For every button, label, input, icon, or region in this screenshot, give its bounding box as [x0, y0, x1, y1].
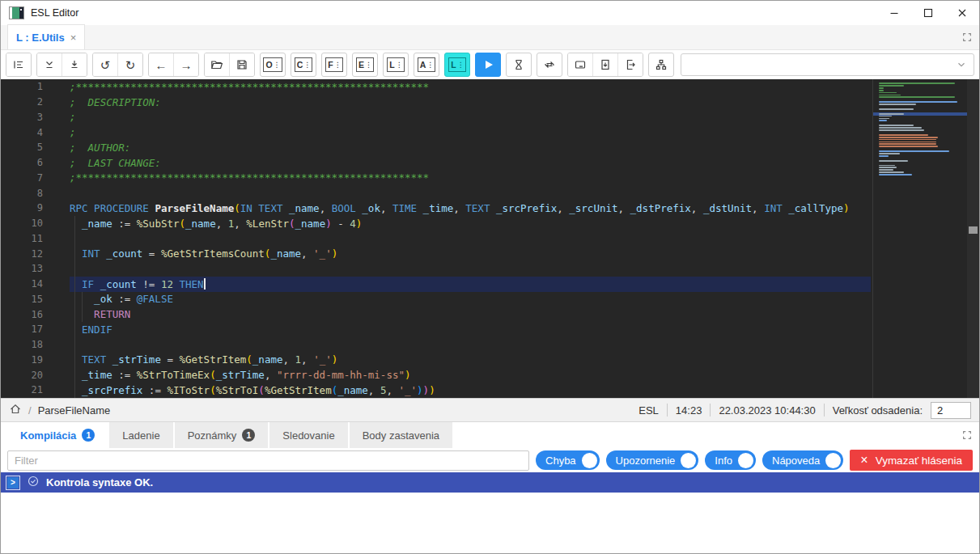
tab-kompilacia[interactable]: Kompilácia 1 — [7, 422, 108, 448]
clear-messages-button[interactable]: × Vymazať hlásenia — [850, 450, 973, 471]
letter-A-icon: A⋮ — [418, 57, 436, 72]
open-folder-icon — [210, 58, 223, 71]
repeat-icon — [543, 58, 556, 71]
code-line[interactable]: 2; DESCRIPTION: — [1, 95, 871, 110]
code-line[interactable]: 4; — [1, 125, 871, 140]
objects-list-button[interactable]: O⋮ — [260, 53, 286, 77]
toggle-chyba[interactable]: Chyba — [536, 450, 600, 470]
show-panel-button[interactable] — [568, 53, 592, 76]
breadcrumb-procedure[interactable]: ParseFileName — [38, 404, 111, 417]
code-line[interactable]: 13 — [1, 261, 871, 277]
close-button[interactable] — [945, 1, 979, 25]
events-list-button[interactable]: E⋮ — [352, 53, 378, 77]
wait-button[interactable] — [506, 53, 532, 77]
open-button[interactable] — [205, 53, 229, 76]
letter-F-icon: F⋮ — [325, 57, 342, 72]
line-number: 6 — [1, 157, 43, 168]
redo-icon: ↻ — [125, 59, 136, 71]
maximize-button[interactable] — [911, 1, 945, 25]
code-line[interactable]: 18 — [1, 337, 871, 353]
expand-bottom-panel-button[interactable] — [961, 429, 973, 444]
compile-message-row[interactable]: > Kontrola syntaxe OK. — [1, 472, 979, 493]
toggle-knob — [825, 453, 841, 468]
home-icon — [9, 403, 22, 416]
code-line[interactable]: 17 ENDIF — [1, 322, 871, 337]
app-icon — [9, 6, 24, 19]
run-button[interactable] — [475, 53, 501, 77]
line-number: 14 — [1, 278, 43, 290]
code-line[interactable]: 20 _time := %StrToTimeEx(_strTime, "rrrr… — [1, 367, 871, 383]
indent-size-input[interactable] — [931, 402, 971, 419]
line-number: 1 — [1, 81, 43, 92]
code-line[interactable]: 16 RETURN — [1, 307, 871, 322]
code-line[interactable]: 10 _name := %SubStr(_name, 1, %LenStr(_n… — [1, 216, 871, 231]
toggle-info[interactable]: Info — [705, 450, 756, 470]
code-line[interactable]: 19 TEXT _strTime = %GetStrItem(_name, 1,… — [1, 353, 871, 368]
functions-list-button[interactable]: F⋮ — [321, 53, 347, 77]
tab-e-utils[interactable]: L : E.Utils × — [7, 24, 85, 49]
tab-body-zastavenia[interactable]: Body zastavenia — [350, 422, 452, 448]
attributes-list-button[interactable]: A⋮ — [414, 53, 439, 77]
code-line[interactable]: 15 _ok := @FALSE — [1, 292, 871, 307]
toggle-napoveda[interactable]: Nápoveda — [762, 450, 843, 470]
navigate-forward-button[interactable]: → — [173, 53, 198, 76]
tab-label: Body zastavenia — [363, 429, 439, 442]
tab-ladenie[interactable]: Ladenie — [109, 422, 172, 448]
expand-icon — [961, 429, 973, 441]
call-tree-button[interactable] — [648, 53, 674, 77]
code-line[interactable]: 12 INT _count = %GetStrItemsCount(_name,… — [1, 246, 871, 261]
save-to-line-button[interactable] — [62, 53, 87, 76]
expand-icon — [961, 32, 973, 43]
breadcrumb-separator: / — [28, 404, 32, 417]
code-line[interactable]: 8 — [1, 185, 871, 201]
active-list-button[interactable]: L⋮ — [444, 53, 470, 77]
code-line[interactable]: 5; AUTHOR: — [1, 140, 871, 155]
undo-button[interactable]: ↺ — [93, 53, 117, 76]
tab-badge: 1 — [242, 429, 255, 442]
constants-list-button[interactable]: C⋮ — [291, 53, 316, 77]
code-line[interactable]: 7;**************************************… — [1, 171, 871, 186]
line-number: 12 — [1, 248, 43, 260]
chevron-down-icon — [956, 59, 967, 70]
locals-list-button[interactable]: L⋮ — [383, 53, 409, 77]
procedure-dropdown[interactable] — [681, 53, 974, 76]
indent-guide — [82, 292, 83, 323]
line-number: 7 — [1, 172, 43, 184]
line-number: 18 — [1, 339, 43, 350]
toggle-label: Chyba — [545, 455, 576, 467]
redo-button[interactable]: ↻ — [117, 53, 142, 76]
toggle-label: Info — [715, 455, 732, 467]
toggle-upozornenie[interactable]: Upozornenie — [606, 450, 699, 470]
code-editor[interactable]: 1;**************************************… — [1, 79, 979, 398]
code-line[interactable]: 6; LAST CHANGE: — [1, 155, 871, 171]
code-line[interactable]: 11 — [1, 231, 871, 247]
check-syntax-button[interactable] — [37, 53, 62, 76]
indent-settings-button[interactable] — [6, 53, 31, 76]
export-button[interactable] — [617, 53, 643, 76]
loop-button[interactable] — [537, 53, 562, 77]
tab-poznamky[interactable]: Poznámky 1 — [175, 422, 269, 448]
navigate-back-button[interactable]: ← — [149, 53, 173, 76]
timestamp: 22.03.2023 10:44:30 — [719, 404, 815, 417]
code-line[interactable]: 9RPC PROCEDURE ParseFileName(IN TEXT _na… — [1, 201, 871, 216]
esl-editor-window: ESL Editor L : E.Utils × — [0, 0, 980, 554]
vertical-scrollbar[interactable] — [967, 79, 979, 398]
minimize-button[interactable] — [877, 1, 911, 25]
indent-size-label: Veľkosť odsadenia: — [833, 404, 923, 417]
filter-input[interactable] — [7, 450, 529, 471]
code-line[interactable]: 21 _srcPrefix := %IToStr(%StrToI(%GetStr… — [1, 383, 871, 398]
minimap[interactable] — [872, 79, 967, 398]
import-button[interactable] — [592, 53, 617, 76]
code-line[interactable]: 3; — [1, 110, 871, 125]
home-breadcrumb-button[interactable] — [9, 403, 22, 418]
tab-sledovanie[interactable]: Sledovanie — [269, 422, 347, 448]
code-line[interactable]: 14 IF _count != 12 THEN — [1, 277, 871, 292]
save-button[interactable] — [229, 53, 254, 76]
check-circle-icon — [27, 475, 40, 491]
code-line[interactable]: 1;**************************************… — [1, 79, 871, 95]
tab-close-icon[interactable]: × — [70, 32, 77, 44]
maximize-icon — [922, 6, 935, 19]
expand-panel-button[interactable] — [961, 32, 973, 46]
scrollbar-thumb[interactable] — [969, 226, 978, 234]
message-prompt-icon: > — [6, 476, 20, 490]
